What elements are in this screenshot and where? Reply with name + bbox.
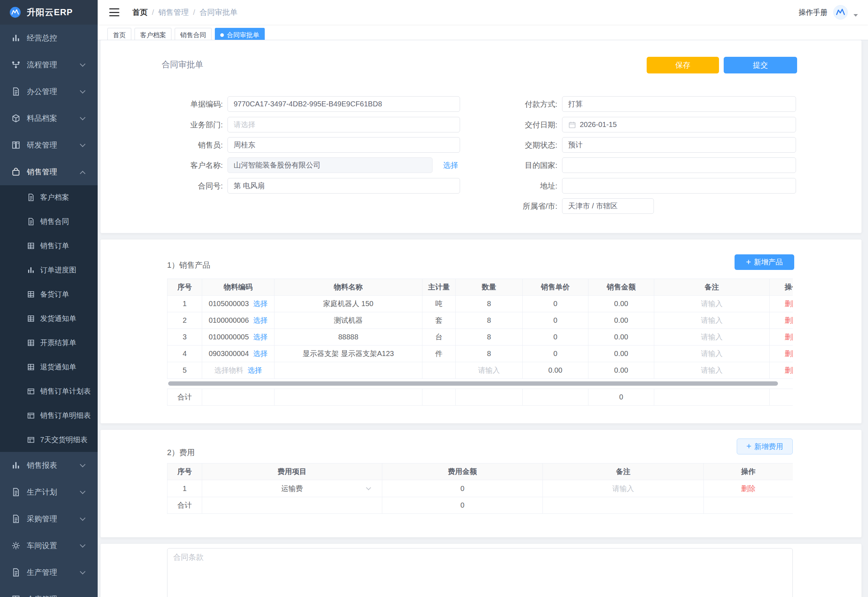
sales-submenu: 客户档案 销售合同 销售订单 订单进度图 备货订单 发货通知单 开票结算单 退货… <box>0 185 98 452</box>
sidebar-item-stock-order[interactable]: 备货订单 <box>0 282 98 306</box>
add-product-button[interactable]: +新增产品 <box>735 254 794 270</box>
sidebar-item-sales-contract[interactable]: 销售合同 <box>0 209 98 234</box>
sidebar-item-purchase-mgmt[interactable]: 采购管理 <box>0 505 98 532</box>
doc-icon <box>11 487 21 497</box>
tab-contract-approval[interactable]: 合同审批单 <box>215 28 265 40</box>
sidebar-item-return-notice[interactable]: 退货通知单 <box>0 355 98 379</box>
delivery-status-select[interactable]: 预计 <box>562 137 796 153</box>
board-icon <box>27 436 35 444</box>
remark-cell[interactable]: 请输入 <box>543 480 704 497</box>
remark-cell[interactable]: 请输入 <box>654 329 770 346</box>
scrollbar-thumb[interactable] <box>168 382 778 386</box>
tab-sales-contract[interactable]: 销售合同 <box>175 28 212 40</box>
products-total-table: 合计 0 <box>167 389 793 405</box>
breadcrumb: 首页 / 销售管理 / 合同审批单 <box>132 7 238 17</box>
sidebar-item-workshop-settings[interactable]: 车间设置 <box>0 532 98 559</box>
sidebar-item-7day-delivery-detail[interactable]: 7天交货明细表 <box>0 428 98 452</box>
qty-cell[interactable]: 8 <box>456 346 523 362</box>
remark-cell[interactable]: 请输入 <box>654 312 770 329</box>
contract-no-input[interactable]: 第 电风扇 <box>228 178 460 193</box>
sidebar-item-shipping-notice[interactable]: 发货通知单 <box>0 306 98 331</box>
bag-icon <box>11 167 21 177</box>
contract-terms-textarea[interactable]: 合同条款 <box>167 548 793 597</box>
tab-home[interactable]: 首页 <box>107 28 131 40</box>
chevron-down-icon[interactable] <box>853 14 858 16</box>
salesman-select[interactable]: 周桂东 <box>228 137 460 153</box>
select-material-link[interactable]: 选择 <box>253 316 268 324</box>
sidebar-item-sales-order[interactable]: 销售订单 <box>0 234 98 258</box>
delete-row-link[interactable]: 删除 <box>785 300 793 307</box>
dest-country-input[interactable] <box>562 157 796 173</box>
plus-icon: + <box>746 258 751 266</box>
delete-row-link[interactable]: 删除 <box>785 333 793 341</box>
select-material-link[interactable]: 选择 <box>253 333 268 341</box>
add-fee-button[interactable]: +新增费用 <box>737 438 793 454</box>
remark-cell[interactable]: 请输入 <box>654 362 770 379</box>
customer-field-row: 客户名称: 山河智能装备股份有限公司 选择 <box>136 157 458 173</box>
products-total-wrap: 合计 0 <box>167 389 793 405</box>
sidebar-item-warehouse-mgmt[interactable]: 仓库管理 <box>0 586 98 597</box>
avatar[interactable] <box>833 5 848 19</box>
breadcrumb-sales-mgmt[interactable]: 销售管理 <box>158 7 189 17</box>
fees-section-title: 2）费用 <box>167 447 195 458</box>
province-cascader[interactable]: 天津市 / 市辖区 <box>562 198 654 214</box>
sidebar-item-sales-mgmt[interactable]: 销售管理 <box>0 159 98 185</box>
sidebar-item-invoice-settlement[interactable]: 开票结算单 <box>0 331 98 355</box>
sidebar-item-sales-report[interactable]: 销售报表 <box>0 452 98 479</box>
chevron-up-icon <box>80 171 86 176</box>
delete-row-link[interactable]: 删除 <box>785 316 793 324</box>
select-material-link[interactable]: 选择 <box>253 300 268 307</box>
qty-cell[interactable]: 请输入 <box>456 362 523 379</box>
grid-icon <box>27 242 35 250</box>
sidebar-item-customer-archive[interactable]: 客户档案 <box>0 185 98 209</box>
qty-cell[interactable]: 8 <box>456 329 523 346</box>
calendar-icon <box>568 121 576 129</box>
address-input[interactable] <box>562 178 796 193</box>
save-button[interactable]: 保存 <box>647 57 719 73</box>
price-cell[interactable]: 0 <box>523 312 588 329</box>
delete-row-link[interactable]: 删除 <box>785 349 793 358</box>
qty-cell[interactable]: 8 <box>456 296 523 312</box>
breadcrumb-home[interactable]: 首页 <box>132 7 148 17</box>
doc-no-input[interactable]: 9770CA17-3497-4DB2-995E-B49E9CF61BD8 <box>228 96 460 112</box>
delivery-date-input[interactable]: 2026-01-15 <box>562 117 796 132</box>
products-section-title: 1）销售产品 <box>167 260 210 270</box>
price-cell[interactable]: 0 <box>523 329 588 346</box>
sidebar-item-production-plan[interactable]: 生产计划 <box>0 479 98 505</box>
flow-icon <box>11 60 21 70</box>
sidebar-item-material-archive[interactable]: 料品档案 <box>0 105 98 132</box>
payment-input[interactable]: 打算 <box>562 96 796 112</box>
sidebar-item-business-overview[interactable]: 经营总控 <box>0 25 98 51</box>
remark-cell[interactable]: 请输入 <box>654 346 770 362</box>
table-row: 3 0100000005选择 88888 台 8 0 0.00 请输入 删除 <box>167 329 793 346</box>
tab-customer-archive[interactable]: 客户档案 <box>135 28 172 40</box>
sidebar-item-order-progress[interactable]: 订单进度图 <box>0 258 98 282</box>
select-customer-link[interactable]: 选择 <box>443 160 458 171</box>
fee-item-select[interactable]: 运输费 <box>204 480 380 497</box>
chevron-down-icon <box>80 488 86 494</box>
qty-cell[interactable]: 8 <box>456 312 523 329</box>
submit-button[interactable]: 提交 <box>724 57 797 73</box>
operation-manual-link[interactable]: 操作手册 <box>798 7 828 17</box>
sidebar-item-sales-order-detail[interactable]: 销售订单明细表 <box>0 404 98 428</box>
remark-cell[interactable]: 请输入 <box>654 296 770 312</box>
sidebar-item-rd-mgmt[interactable]: 研发管理 <box>0 132 98 159</box>
page-title: 合同审批单 <box>161 59 203 70</box>
sidebar-item-production-mgmt[interactable]: 生产管理 <box>0 559 98 586</box>
price-cell[interactable]: 0 <box>523 346 588 362</box>
sidebar-item-process-mgmt[interactable]: 流程管理 <box>0 51 98 78</box>
chevron-down-icon <box>80 569 86 574</box>
main-area: 首页 / 销售管理 / 合同审批单 操作手册 首页 客户档案 销售合同 合同审批… <box>98 0 868 597</box>
fee-amount-cell[interactable]: 0 <box>382 480 543 497</box>
price-cell[interactable]: 0 <box>523 296 588 312</box>
select-material-link[interactable]: 选择 <box>253 349 268 358</box>
delete-row-link[interactable]: 删除 <box>785 366 793 374</box>
price-cell[interactable]: 0.00 <box>523 362 588 379</box>
sidebar-item-sales-order-plan[interactable]: 销售订单计划表 <box>0 379 98 404</box>
delete-row-link[interactable]: 删除 <box>741 484 755 492</box>
doc-icon <box>11 568 21 577</box>
sidebar-item-office-mgmt[interactable]: 办公管理 <box>0 78 98 105</box>
dept-select[interactable]: 请选择 <box>228 117 460 132</box>
select-material-link[interactable]: 选择 <box>248 366 262 374</box>
hamburger-icon[interactable] <box>109 8 119 16</box>
